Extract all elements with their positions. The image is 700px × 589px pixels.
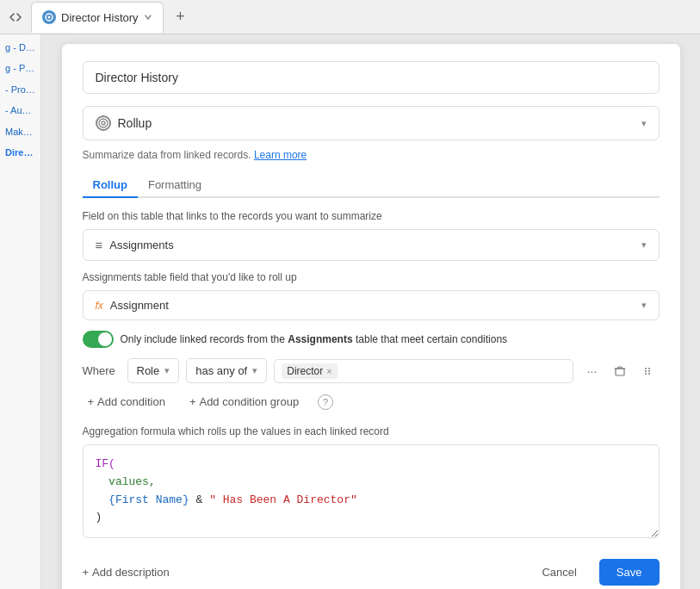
field-chevron-icon: ▾ (641, 300, 647, 311)
sidebar-tabs: g - Dir... g - Pro... - Produ... - Audio… (0, 38, 40, 163)
type-selector[interactable]: Rollup ▾ (83, 106, 660, 140)
add-description-plus-icon: + (83, 566, 90, 579)
footer-actions: Cancel Save (528, 559, 659, 586)
help-icon[interactable]: ? (318, 394, 333, 410)
code-line-2: {First Name} & " Has Been A Director" (96, 492, 647, 510)
svg-point-2 (99, 119, 108, 127)
type-label: Rollup (118, 116, 152, 130)
svg-point-6 (645, 370, 647, 372)
tab-rollup[interactable]: Rollup (83, 173, 138, 198)
condition-operator-value: has any of (195, 364, 247, 377)
field-dropdown-left: fx Assignment (96, 299, 169, 312)
sidebar: g - Dir... g - Pro... - Produ... - Audio… (0, 34, 41, 589)
svg-rect-4 (616, 369, 624, 375)
link-table-dropdown-left: ≡ Assignments (96, 238, 174, 252)
condition-field-chevron-icon: ▾ (164, 365, 170, 376)
field-value: Assignment (110, 299, 169, 312)
sidebar-item-3[interactable]: - Audio... (0, 101, 40, 121)
condition-tag-close[interactable]: × (326, 366, 331, 376)
condition-operator-chevron-icon: ▾ (252, 365, 257, 376)
active-tab-label: Director History (61, 11, 139, 24)
tab-icon (42, 10, 56, 24)
sidebar-item-5[interactable]: Director (0, 143, 40, 163)
code-editor[interactable]: IF( values, {First Name} & " Has Been A … (83, 444, 660, 538)
active-tab[interactable]: Director History (31, 2, 164, 33)
add-condition-row: + Add condition + Add condition group ? (83, 392, 660, 412)
sidebar-item-0[interactable]: g - Dir... (0, 38, 40, 58)
condition-operator-select[interactable]: has any of ▾ (186, 358, 267, 383)
condition-field-value: Role (137, 364, 160, 377)
condition-tag: Director × (282, 363, 337, 379)
cancel-button[interactable]: Cancel (528, 559, 590, 586)
add-condition-group-plus-icon: + (189, 395, 196, 408)
link-table-label: Field on this table that links to the re… (83, 210, 660, 222)
add-description-label: Add description (92, 566, 170, 579)
main-layout: g - Dir... g - Pro... - Produ... - Audio… (0, 34, 700, 589)
learn-more-text: Summarize data from linked records. Lear… (83, 149, 660, 161)
conditions-toggle[interactable] (83, 331, 114, 348)
svg-point-10 (648, 373, 650, 375)
add-condition-group-label: Add condition group (199, 395, 299, 408)
sidebar-item-2[interactable]: - Produ... (0, 80, 40, 100)
link-table-dropdown[interactable]: ≡ Assignments ▾ (83, 229, 660, 261)
condition-row-actions: ··· (580, 359, 660, 383)
tab-formatting[interactable]: Formatting (138, 173, 212, 198)
code-line-0: IF( (96, 456, 647, 474)
add-tab-button[interactable]: + (167, 3, 195, 31)
sub-tabs: Rollup Formatting (83, 173, 660, 198)
add-condition-plus-icon: + (88, 395, 95, 408)
svg-point-5 (645, 368, 647, 369)
where-row: Where Role ▾ has any of ▾ Director × (83, 358, 660, 383)
add-condition-button[interactable]: + Add condition (83, 392, 170, 412)
type-selector-left: Rollup (96, 115, 152, 131)
add-condition-label: Add condition (97, 395, 165, 408)
where-label: Where (83, 364, 121, 377)
settings-panel: Director History Rollup ▾ Summarize data (61, 43, 681, 589)
link-table-icon: ≡ (96, 238, 103, 252)
condition-reorder-button[interactable] (635, 359, 660, 383)
condition-delete-button[interactable] (608, 359, 632, 383)
link-table-chevron-icon: ▾ (641, 239, 647, 251)
sidebar-item-4[interactable]: Makeup (0, 122, 40, 142)
aggregation-label: Aggregation formula which rolls up the v… (83, 425, 660, 437)
tab-chevron[interactable] (3, 5, 28, 29)
code-line-3: ) (96, 509, 647, 527)
add-condition-group-button[interactable]: + Add condition group (184, 392, 304, 412)
condition-field-select[interactable]: Role ▾ (127, 358, 180, 383)
link-table-value: Assignments (109, 239, 173, 251)
type-chevron-icon: ▾ (641, 118, 647, 129)
field-name-input[interactable]: Director History (83, 61, 660, 94)
code-line-1: values, (96, 474, 647, 492)
condition-value-container[interactable]: Director × (274, 359, 573, 383)
footer: + Add description Cancel Save (83, 552, 660, 586)
svg-point-1 (48, 16, 51, 19)
condition-tag-value: Director (287, 365, 323, 377)
sidebar-item-1[interactable]: g - Pro... (0, 59, 40, 78)
field-icon: fx (96, 300, 103, 312)
svg-point-3 (102, 121, 105, 125)
field-label: Assignments table field that you'd like … (83, 271, 660, 283)
svg-point-7 (645, 373, 647, 375)
toggle-label: Only include linked records from the Ass… (121, 333, 508, 345)
rollup-icon (96, 115, 111, 131)
toggle-row: Only include linked records from the Ass… (83, 331, 660, 348)
save-button[interactable]: Save (599, 559, 660, 586)
condition-ellipsis-button[interactable]: ··· (580, 359, 604, 383)
svg-point-9 (648, 370, 650, 372)
add-description-button[interactable]: + Add description (83, 566, 170, 579)
tab-chevron-down-icon (144, 13, 152, 22)
field-dropdown[interactable]: fx Assignment ▾ (83, 290, 660, 320)
main-area: Director History Rollup ▾ Summarize data (41, 34, 700, 589)
svg-point-8 (648, 368, 650, 369)
learn-more-link[interactable]: Learn more (254, 149, 307, 161)
tab-bar: Director History + (0, 0, 700, 34)
